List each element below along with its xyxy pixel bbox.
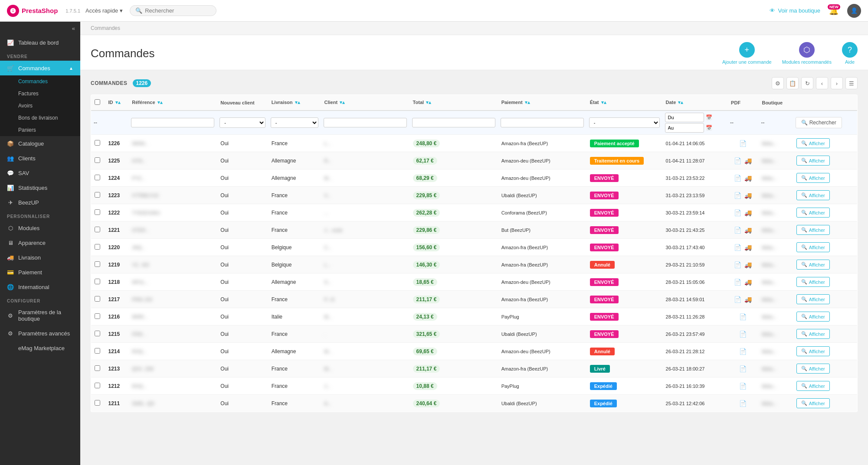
row-select-checkbox[interactable]: [95, 331, 100, 336]
pdf-icon[interactable]: 📄: [734, 175, 741, 182]
filter-client-input[interactable]: [324, 118, 407, 127]
sidebar-subitem-avoirs[interactable]: Avoirs: [0, 100, 80, 112]
th-livraison[interactable]: Livraison ▾▴: [268, 95, 321, 111]
truck-icon[interactable]: 🚚: [744, 279, 752, 286]
afficher-button[interactable]: 🔍 Afficher: [796, 208, 830, 218]
row-select-checkbox[interactable]: [95, 279, 100, 284]
th-id[interactable]: ID ▾▴: [105, 95, 129, 111]
row-select-checkbox[interactable]: [95, 175, 100, 180]
row-select-checkbox[interactable]: [95, 140, 100, 146]
pdf-icon[interactable]: 📄: [734, 244, 741, 251]
afficher-button[interactable]: 🔍 Afficher: [796, 190, 830, 200]
sidebar-subitem-paniers[interactable]: Paniers: [0, 124, 80, 136]
afficher-button[interactable]: 🔍 Afficher: [796, 156, 830, 166]
row-select-checkbox[interactable]: [95, 383, 100, 388]
sidebar-item-catalogue[interactable]: 📦 Catalogue: [0, 136, 80, 151]
afficher-button[interactable]: 🔍 Afficher: [796, 294, 830, 304]
filter-nouveau-client-select[interactable]: -OuiNon: [219, 117, 265, 128]
pdf-icon[interactable]: 📄: [739, 400, 747, 407]
row-select-checkbox[interactable]: [95, 296, 100, 302]
filter-etat-select[interactable]: -: [589, 117, 660, 128]
sidebar-item-clients[interactable]: 👥 Clients: [0, 151, 80, 166]
select-all-checkbox[interactable]: [95, 99, 100, 105]
next-tool-button[interactable]: ›: [831, 77, 843, 89]
truck-icon[interactable]: 🚚: [744, 227, 752, 234]
sidebar-item-params-boutique[interactable]: ⚙ Paramètres de la boutique: [0, 305, 80, 326]
filter-paiement-input[interactable]: [501, 118, 584, 127]
afficher-button[interactable]: 🔍 Afficher: [796, 346, 830, 356]
truck-icon[interactable]: 🚚: [744, 296, 752, 303]
export-tool-button[interactable]: 📋: [786, 77, 799, 89]
row-select-checkbox[interactable]: [95, 227, 100, 232]
ajouter-commande-button[interactable]: + Ajouter une commande: [722, 42, 772, 65]
pdf-icon[interactable]: 📄: [734, 279, 741, 286]
truck-icon[interactable]: 🚚: [744, 261, 752, 268]
pdf-icon[interactable]: 📄: [734, 227, 741, 234]
row-select-checkbox[interactable]: [95, 157, 100, 163]
afficher-button[interactable]: 🔍 Afficher: [796, 138, 830, 148]
aide-button[interactable]: ? Aide: [842, 42, 858, 65]
filter-livraison-select[interactable]: -FranceAllemagne: [271, 117, 318, 128]
th-reference[interactable]: Référence ▾▴: [128, 95, 217, 111]
filter-total-input[interactable]: [412, 118, 495, 127]
calendar-to-icon[interactable]: 📅: [706, 125, 712, 131]
truck-icon[interactable]: 🚚: [744, 175, 752, 182]
sidebar-item-paiement[interactable]: 💳 Paiement: [0, 265, 80, 280]
sidebar-item-tableau-de-bord[interactable]: 📈 Tableau de bord: [0, 35, 80, 50]
pdf-icon[interactable]: 📄: [734, 261, 741, 268]
pdf-icon[interactable]: 📄: [739, 313, 747, 320]
settings-tool-button[interactable]: ⚙: [772, 77, 784, 89]
afficher-button[interactable]: 🔍 Afficher: [796, 173, 830, 183]
afficher-button[interactable]: 🔍 Afficher: [796, 260, 830, 270]
afficher-button[interactable]: 🔍 Afficher: [796, 329, 830, 339]
row-select-checkbox[interactable]: [95, 400, 100, 406]
pdf-icon[interactable]: 📄: [739, 365, 747, 372]
sidebar-subitem-factures[interactable]: Factures: [0, 88, 80, 100]
afficher-button[interactable]: 🔍 Afficher: [796, 242, 830, 252]
pdf-icon[interactable]: 📄: [739, 140, 747, 147]
sidebar-item-sav[interactable]: 💬 SAV: [0, 166, 80, 180]
refresh-tool-button[interactable]: ↻: [801, 77, 813, 89]
row-select-checkbox[interactable]: [95, 348, 100, 354]
user-avatar[interactable]: 👤: [847, 4, 861, 18]
afficher-button[interactable]: 🔍 Afficher: [796, 277, 830, 287]
truck-icon[interactable]: 🚚: [744, 209, 752, 216]
filter-date-to-input[interactable]: [665, 123, 704, 133]
voir-boutique-button[interactable]: 👁 Voir ma boutique: [770, 7, 820, 14]
filter-reference-input[interactable]: [131, 118, 214, 127]
afficher-button[interactable]: 🔍 Afficher: [796, 225, 830, 235]
row-select-checkbox[interactable]: [95, 313, 100, 319]
modules-recommandes-button[interactable]: ⬡ Modules recommandés: [782, 42, 832, 65]
search-input[interactable]: [145, 7, 206, 14]
sidebar-item-apparence[interactable]: 🖥 Apparence: [0, 235, 80, 250]
row-select-checkbox[interactable]: [95, 209, 100, 215]
th-total[interactable]: Total ▾▴: [409, 95, 498, 111]
afficher-button[interactable]: 🔍 Afficher: [796, 364, 830, 374]
th-client[interactable]: Client ▾▴: [321, 95, 409, 111]
sidebar-item-beezup[interactable]: ✈ BeezUP: [0, 195, 80, 210]
row-select-checkbox[interactable]: [95, 192, 100, 198]
sidebar-item-params-avances[interactable]: ⚙ Paramètres avancés: [0, 326, 80, 341]
filter-date-from-input[interactable]: [665, 113, 704, 122]
th-date[interactable]: Date ▾▴: [662, 95, 728, 111]
sidebar-item-emag[interactable]: eMag Marketplace: [0, 341, 80, 355]
truck-icon[interactable]: 🚚: [744, 157, 752, 164]
pdf-icon[interactable]: 📄: [739, 331, 747, 338]
th-paiement[interactable]: Paiement ▾▴: [498, 95, 586, 111]
afficher-button[interactable]: 🔍 Afficher: [796, 381, 830, 391]
pdf-icon[interactable]: 📄: [734, 296, 741, 303]
sidebar-item-modules[interactable]: ⬡ Modules: [0, 221, 80, 235]
prev-tool-button[interactable]: ‹: [816, 77, 828, 89]
sidebar-subitem-commandes[interactable]: Commandes: [0, 75, 80, 88]
pdf-icon[interactable]: 📄: [734, 157, 741, 164]
row-select-checkbox[interactable]: [95, 261, 100, 267]
afficher-button[interactable]: 🔍 Afficher: [796, 312, 830, 322]
notifications-button[interactable]: 🔔 NEW: [829, 6, 839, 16]
sidebar-subitem-bons-livraison[interactable]: Bons de livraison: [0, 112, 80, 124]
sidebar-collapse-button[interactable]: «: [0, 22, 80, 35]
sidebar-item-international[interactable]: 🌐 International: [0, 280, 80, 294]
th-nouveau-client[interactable]: Nouveau client: [217, 95, 268, 111]
pdf-icon[interactable]: 📄: [739, 383, 747, 390]
logo[interactable]: PrestaShop: [7, 5, 58, 17]
columns-tool-button[interactable]: ☰: [845, 77, 858, 89]
